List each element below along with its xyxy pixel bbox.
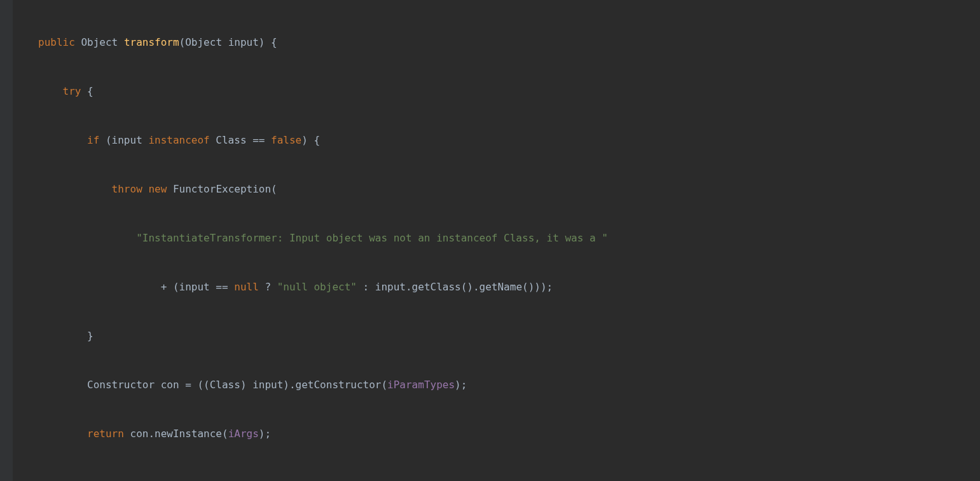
con-new: con.newInstance( bbox=[124, 428, 228, 440]
code-line[interactable]: return con.newInstance(iArgs); bbox=[38, 422, 675, 447]
method-transform: transform bbox=[124, 36, 179, 48]
type-object: Object bbox=[81, 36, 118, 48]
keyword-public: public bbox=[38, 36, 75, 48]
keyword-if: if bbox=[87, 134, 99, 146]
constructor-decl: Constructor con = ((Class) input).getCon… bbox=[87, 379, 387, 391]
keyword-false: false bbox=[271, 134, 301, 146]
ternary-q: ? bbox=[259, 281, 277, 293]
string-literal: "InstantiateTransformer: Input object wa… bbox=[136, 232, 608, 244]
code-line[interactable]: if (input instanceof Class == false) { bbox=[38, 128, 675, 153]
field-iParamTypes: iParamTypes bbox=[387, 379, 455, 391]
string-literal: "null object" bbox=[277, 281, 357, 293]
functor-call: FunctorException( bbox=[167, 183, 277, 195]
brace: { bbox=[81, 85, 93, 97]
class-eq: Class == bbox=[210, 134, 271, 146]
code-line[interactable]: "InstantiateTransformer: Input object wa… bbox=[38, 226, 675, 251]
field-iArgs: iArgs bbox=[228, 428, 259, 440]
keyword-throw: throw bbox=[112, 183, 142, 195]
code-line[interactable]: Constructor con = ((Class) input).getCon… bbox=[38, 373, 675, 398]
code-line[interactable]: } bbox=[38, 324, 675, 349]
params: (Object input) { bbox=[179, 36, 277, 48]
code-line[interactable] bbox=[38, 470, 675, 481]
keyword-try: try bbox=[63, 85, 81, 97]
code-line[interactable]: throw new FunctorException( bbox=[38, 177, 675, 202]
cond-close: ) { bbox=[301, 134, 320, 146]
code-line[interactable]: public Object transform(Object input) { bbox=[38, 30, 675, 55]
brace-close: } bbox=[87, 330, 93, 342]
code-content[interactable]: public Object transform(Object input) { … bbox=[13, 0, 675, 481]
keyword-return: return bbox=[87, 428, 124, 440]
code-editor[interactable]: public Object transform(Object input) { … bbox=[0, 0, 980, 481]
keyword-null: null bbox=[234, 281, 259, 293]
keyword-instanceof: instanceof bbox=[148, 134, 209, 146]
close: ); bbox=[455, 379, 467, 391]
plus: + (input == bbox=[161, 281, 235, 293]
keyword-new: new bbox=[148, 183, 167, 195]
close: ); bbox=[259, 428, 271, 440]
editor-gutter bbox=[0, 0, 13, 481]
code-line[interactable]: try { bbox=[38, 79, 675, 104]
ternary-rest: : input.getClass().getName())); bbox=[357, 281, 553, 293]
code-line[interactable]: + (input == null ? "null object" : input… bbox=[38, 275, 675, 300]
cond-open: (input bbox=[99, 134, 148, 146]
